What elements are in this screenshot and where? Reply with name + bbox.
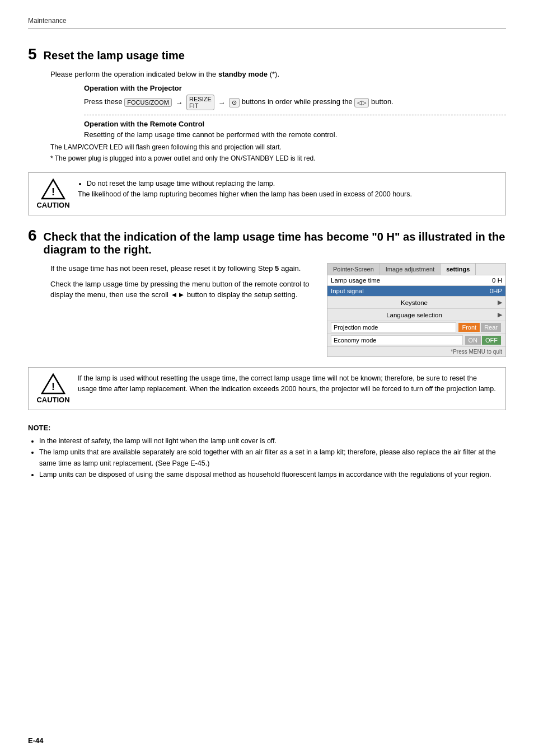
economy-row: Economy mode ON OFF <box>327 334 505 347</box>
operation-remote-text: Resetting of the lamp usage time cannot … <box>84 130 506 139</box>
button-standby: ◁▷ <box>354 98 369 107</box>
section5-intro: Please perform the operation indicated b… <box>50 70 506 78</box>
section6-header: 6 Check that the indication of the lamp … <box>28 227 506 256</box>
settings-tabs: Pointer·Screen Image adjustment settings <box>327 264 505 275</box>
section6-left: If the usage time has not been reset, pl… <box>50 263 316 357</box>
note-item-2: The lamp units that are available separa… <box>39 447 506 469</box>
input-signal-value: 0HP <box>485 288 502 294</box>
keystone-label: Keystone <box>331 299 498 306</box>
svg-text:!: ! <box>51 186 55 198</box>
caution-triangle-2: ! <box>41 373 65 395</box>
projection-label: Projection mode <box>331 322 456 332</box>
caution1-bullet: Do not reset the lamp usage time without… <box>87 179 412 189</box>
note-title: NOTE: <box>28 424 506 432</box>
economy-off-btn[interactable]: OFF <box>482 336 501 345</box>
note-section: NOTE: In the interest of safety, the lam… <box>28 424 506 480</box>
arrow1: → <box>175 98 182 107</box>
note-item-3: Lamp units can be disposed of using the … <box>39 469 506 480</box>
input-signal-label: Input signal <box>331 288 485 294</box>
button-resize: RESIZEFIT <box>186 95 214 110</box>
language-row: Language selection ▶ <box>327 309 505 321</box>
section6-text1: If the usage time has not been reset, pl… <box>50 263 316 274</box>
section5-title: Reset the lamp usage time <box>44 49 185 62</box>
economy-on-btn[interactable]: ON <box>465 336 481 345</box>
keystone-arrow: ▶ <box>498 299 502 306</box>
tab-image-adjustment[interactable]: Image adjustment <box>380 264 441 275</box>
section5-number: 5 <box>28 45 37 63</box>
tab-settings[interactable]: settings <box>441 264 476 275</box>
caution-icon-2: ! CAUTION <box>36 373 70 404</box>
caution-triangle-1: ! <box>41 179 65 200</box>
caution-label-2: CAUTION <box>36 396 69 404</box>
caution2-text: If the lamp is used without resetting th… <box>78 374 496 393</box>
economy-label: Economy mode <box>331 335 463 345</box>
settings-panel-inner: Pointer·Screen Image adjustment settings… <box>327 263 506 357</box>
section6-number: 6 <box>28 227 37 245</box>
section6-text2: Check the lamp usage time by pressing th… <box>50 279 316 300</box>
caution-box-2: ! CAUTION If the lamp is used without re… <box>28 367 506 410</box>
breadcrumb: Maintenance <box>28 17 506 29</box>
page-number: E-44 <box>28 736 43 745</box>
operation-remote-title: Operation with the Remote Control <box>84 120 506 128</box>
note-list: In the interest of safety, the lamp will… <box>39 435 506 480</box>
arrow2: → <box>218 98 225 107</box>
caution-label-1: CAUTION <box>36 201 69 209</box>
operation-projector-title: Operation with the Projector <box>84 84 506 92</box>
language-label: Language selection <box>331 312 498 318</box>
language-arrow: ▶ <box>498 311 502 318</box>
projection-front-btn[interactable]: Front <box>458 323 480 332</box>
section5-note1: The LAMP/COVER LED will flash green foll… <box>50 143 506 151</box>
operation-projector-block: Operation with the Projector Press these… <box>84 84 506 139</box>
caution1-text: The likelihood of the lamp rupturing bec… <box>78 190 412 198</box>
section5-header: 5 Reset the lamp usage time <box>28 45 506 63</box>
button-focus: FOCUS/ZOOM <box>124 98 172 107</box>
note-item-1: In the interest of safety, the lamp will… <box>39 435 506 447</box>
lamp-usage-value: 0 H <box>485 277 502 284</box>
lamp-usage-row: Lamp usage time 0 H <box>327 275 505 286</box>
lamp-usage-label: Lamp usage time <box>331 277 485 284</box>
button-auto: ⊙ <box>229 98 240 107</box>
section6-body: If the usage time has not been reset, pl… <box>50 263 506 357</box>
projection-row: Projection mode Front Rear <box>327 321 505 334</box>
section5-body: Please perform the operation indicated b… <box>50 70 506 162</box>
input-signal-row: Input signal 0HP <box>327 286 505 297</box>
section6-wrapper: 6 Check that the indication of the lamp … <box>28 227 506 357</box>
settings-panel: Pointer·Screen Image adjustment settings… <box>327 263 506 357</box>
section5-note2: * The power plug is plugged into a power… <box>50 154 506 162</box>
press-menu-text: *Press MENU to quit <box>327 347 505 356</box>
section6-title: Check that the indication of the lamp us… <box>44 231 506 256</box>
projection-rear-btn[interactable]: Rear <box>481 323 501 332</box>
svg-text:!: ! <box>51 381 55 392</box>
caution-box-1: ! CAUTION Do not reset the lamp usage ti… <box>28 172 506 215</box>
dashed-divider <box>84 115 506 115</box>
tab-pointer-screen[interactable]: Pointer·Screen <box>327 264 380 275</box>
operation-projector-text: Press these FOCUS/ZOOM → RESIZEFIT → ⊙ b… <box>84 95 506 110</box>
caution-content-1: Do not reset the lamp usage time without… <box>78 179 412 200</box>
caution-content-2: If the lamp is used without resetting th… <box>78 373 498 395</box>
keystone-row: Keystone ▶ <box>327 297 505 309</box>
caution-icon-1: ! CAUTION <box>36 179 70 209</box>
